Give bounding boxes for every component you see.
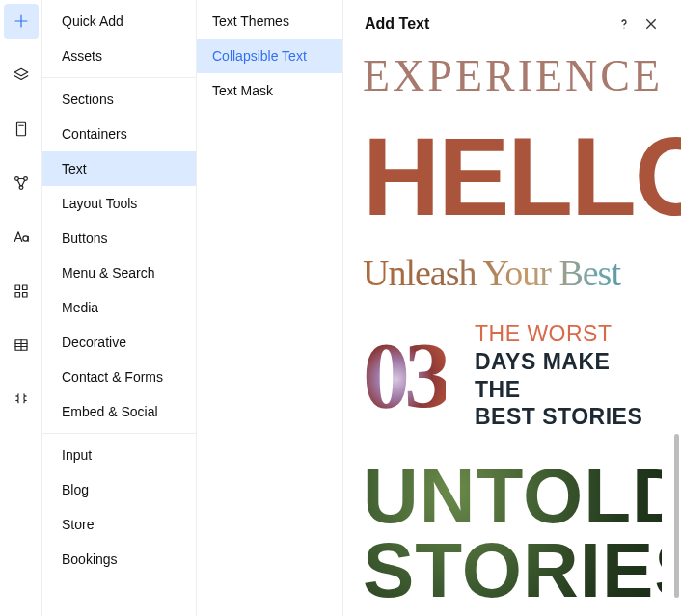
- sub-label: Text Mask: [212, 83, 273, 98]
- subcategory-list: Text Themes Collapsible Text Text Mask: [197, 0, 343, 616]
- close-icon[interactable]: [642, 15, 660, 33]
- svg-point-4: [22, 236, 27, 241]
- category-label: Containers: [62, 126, 127, 142]
- svg-rect-6: [22, 285, 27, 290]
- category-buttons[interactable]: Buttons: [42, 221, 196, 255]
- sample-unleash[interactable]: Unleash Your Best: [363, 254, 662, 291]
- panel-title: Add Text: [365, 15, 606, 33]
- app-root: Quick Add Assets Sections Containers Tex…: [0, 0, 681, 616]
- category-label: Quick Add: [62, 13, 123, 29]
- category-decorative[interactable]: Decorative: [42, 325, 196, 360]
- category-layout-tools[interactable]: Layout Tools: [42, 186, 196, 221]
- icon-rail: [0, 0, 42, 616]
- sample-text-block: THE WORST DAYS MAKE THE BEST STORIES: [475, 320, 662, 431]
- sample-number: 03: [363, 337, 446, 413]
- sub-text-mask[interactable]: Text Mask: [197, 73, 342, 108]
- category-label: Blog: [62, 482, 89, 497]
- code-icon[interactable]: [4, 382, 39, 416]
- category-label: Assets: [62, 48, 102, 64]
- category-text[interactable]: Text: [42, 151, 196, 186]
- category-bookings[interactable]: Bookings: [42, 542, 196, 576]
- add-icon[interactable]: [4, 4, 39, 39]
- sample-hello[interactable]: HELLO: [363, 125, 662, 228]
- sub-label: Collapsible Text: [212, 48, 307, 64]
- category-label: Buttons: [62, 230, 107, 246]
- samples-gallery[interactable]: EXPERIENCE HELLO Unleash Your Best 03 TH…: [343, 46, 681, 616]
- sample-line: STORIES: [363, 534, 662, 608]
- sample-experience[interactable]: EXPERIENCE: [363, 54, 662, 98]
- sub-text-themes[interactable]: Text Themes: [197, 4, 342, 39]
- category-list: Quick Add Assets Sections Containers Tex…: [42, 0, 197, 616]
- svg-rect-8: [22, 293, 27, 298]
- sample-line: DAYS MAKE THE: [475, 348, 662, 404]
- sample-line: BEST STORIES: [475, 403, 662, 431]
- sample-line: UNTOLD: [363, 460, 662, 534]
- category-containers[interactable]: Containers: [42, 117, 196, 151]
- sample-text: EXPERIENCE: [363, 51, 663, 100]
- sample-untold-stories[interactable]: UNTOLD STORIES: [363, 460, 662, 608]
- category-menu-search[interactable]: Menu & Search: [42, 255, 196, 290]
- category-input[interactable]: Input: [42, 438, 196, 472]
- svg-rect-0: [16, 122, 25, 136]
- sample-text: Unleash Your Best: [363, 253, 620, 293]
- category-quick-add[interactable]: Quick Add: [42, 4, 196, 39]
- svg-rect-7: [15, 293, 20, 298]
- page-icon[interactable]: [4, 112, 39, 147]
- category-group: Quick Add Assets: [42, 0, 196, 78]
- category-label: Text: [62, 161, 87, 176]
- category-label: Bookings: [62, 551, 118, 567]
- category-label: Media: [62, 300, 98, 315]
- sub-collapsible-text[interactable]: Collapsible Text: [197, 39, 342, 73]
- category-blog[interactable]: Blog: [42, 472, 196, 507]
- panel: Add Text EXPERIENCE HELLO Unleash Your B…: [343, 0, 681, 616]
- category-label: Contact & Forms: [62, 369, 163, 385]
- sample-worst-days[interactable]: 03 THE WORST DAYS MAKE THE BEST STORIES: [363, 320, 662, 431]
- svg-rect-5: [15, 285, 20, 290]
- category-label: Menu & Search: [62, 265, 155, 281]
- typography-icon[interactable]: [4, 220, 39, 254]
- help-icon[interactable]: [615, 15, 633, 33]
- category-assets[interactable]: Assets: [42, 39, 196, 73]
- sample-text: HELLO: [363, 115, 681, 239]
- sample-line: THE WORST: [475, 320, 662, 348]
- category-contact-forms[interactable]: Contact & Forms: [42, 360, 196, 394]
- nodes-icon[interactable]: [4, 166, 39, 201]
- layers-icon[interactable]: [4, 58, 39, 93]
- category-label: Sections: [62, 92, 114, 107]
- category-label: Layout Tools: [62, 196, 137, 211]
- table-icon[interactable]: [4, 328, 39, 362]
- category-label: Input: [62, 447, 92, 463]
- apps-icon[interactable]: [4, 274, 39, 308]
- category-label: Embed & Social: [62, 404, 158, 419]
- category-group: Input Blog Store Bookings: [42, 434, 196, 580]
- category-store[interactable]: Store: [42, 507, 196, 542]
- panel-header: Add Text: [343, 0, 681, 48]
- sub-label: Text Themes: [212, 13, 289, 29]
- scrollbar-thumb[interactable]: [674, 434, 679, 598]
- category-label: Decorative: [62, 335, 126, 350]
- category-group: Sections Containers Text Layout Tools Bu…: [42, 78, 196, 434]
- category-sections[interactable]: Sections: [42, 82, 196, 117]
- category-embed-social[interactable]: Embed & Social: [42, 394, 196, 429]
- category-media[interactable]: Media: [42, 290, 196, 325]
- category-label: Store: [62, 517, 94, 532]
- svg-point-10: [623, 27, 624, 28]
